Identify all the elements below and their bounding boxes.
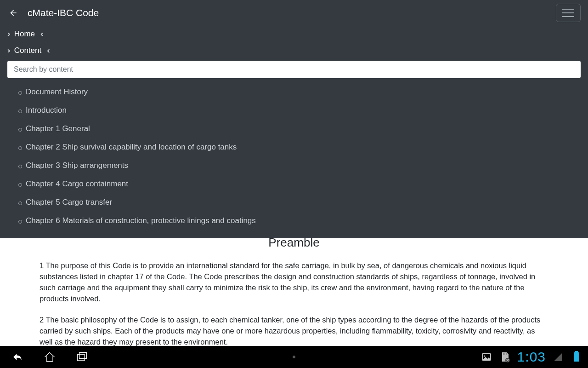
menu-toggle-button[interactable] [556, 4, 581, 22]
section-title: Preamble [40, 238, 548, 250]
system-home-button[interactable] [42, 350, 57, 364]
svg-rect-0 [77, 355, 85, 361]
content-area: Preamble 1 The purpose of this Code is t… [0, 238, 588, 346]
toc-item[interactable]: Introduction [26, 101, 588, 120]
system-nav-bar: 1:03 [0, 346, 588, 368]
toc-item[interactable]: Document History [26, 83, 588, 101]
image-notification-icon[interactable] [481, 351, 492, 363]
svg-rect-5 [504, 353, 505, 355]
chevron-double-right-icon: ›› [7, 46, 9, 55]
toc-item[interactable]: Chapter 4 Cargo containment [26, 175, 588, 193]
battery-icon [571, 351, 582, 363]
toc-item[interactable]: Chapter 1 General [26, 120, 588, 138]
search-row [0, 59, 588, 78]
chevron-double-left-icon: ‹‹ [40, 30, 42, 38]
svg-point-3 [484, 356, 485, 357]
signal-icon [552, 351, 564, 363]
home-icon [43, 351, 56, 363]
search-input[interactable] [7, 61, 581, 78]
chevron-double-left-icon: ‹‹ [47, 46, 48, 55]
nav-home-row[interactable]: ›› Home ‹‹ [0, 26, 588, 42]
recents-icon [75, 351, 88, 363]
paragraph: 1 The purpose of this Code is to provide… [40, 260, 548, 304]
system-status-right: 1:03 [481, 349, 582, 365]
toc-item[interactable]: Chapter 2 Ship survival capability and l… [26, 138, 588, 156]
nav-content-label: Content [14, 46, 42, 55]
svg-rect-4 [503, 353, 504, 355]
toc-item[interactable]: Chapter 3 Ship arrangements [26, 156, 588, 175]
app-title: cMate-IBC Code [28, 7, 99, 18]
back-curve-icon [11, 351, 24, 363]
app-root: cMate-IBC Code ›› Home ‹‹ ›› Content ‹‹ … [0, 0, 588, 368]
chevron-double-right-icon: ›› [7, 30, 9, 38]
svg-rect-1 [79, 352, 87, 358]
system-recents-button[interactable] [74, 350, 89, 364]
dark-panel: cMate-IBC Code ›› Home ‹‹ ›› Content ‹‹ … [0, 0, 588, 238]
system-nav-left [10, 350, 89, 364]
clock-text: 1:03 [517, 349, 546, 365]
sdcard-removed-icon[interactable] [499, 351, 511, 363]
system-dot-indicator [293, 356, 295, 358]
paragraph: 2 The basic philosophy of the Code is to… [40, 314, 548, 346]
table-of-contents: Document History Introduction Chapter 1 … [0, 78, 588, 230]
back-button[interactable] [7, 7, 19, 19]
toc-item[interactable]: Chapter 5 Cargo transfer [26, 193, 588, 212]
nav-home-label: Home [14, 29, 35, 39]
arrow-left-icon [9, 8, 18, 17]
system-back-button[interactable] [10, 350, 25, 364]
hamburger-icon [562, 12, 574, 13]
svg-rect-6 [506, 353, 507, 355]
nav-content-row[interactable]: ›› Content ‹‹ [0, 42, 588, 59]
toc-item[interactable]: Chapter 6 Materials of construction, pro… [26, 212, 588, 230]
top-bar: cMate-IBC Code [0, 0, 588, 26]
